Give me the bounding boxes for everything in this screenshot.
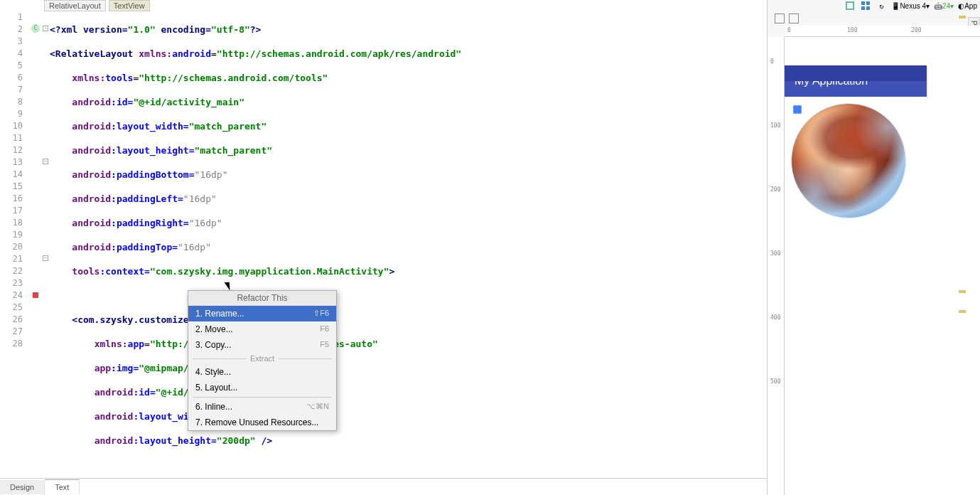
breadcrumb-relativelayout[interactable]: RelativeLayout xyxy=(44,0,106,11)
class-marker-icon[interactable]: C xyxy=(31,24,40,33)
view-mode-icon[interactable] xyxy=(844,1,856,11)
selected-textview[interactable] xyxy=(793,105,802,114)
svg-rect-4 xyxy=(866,6,870,10)
fold-gutter: − − − xyxy=(43,11,50,478)
app-content xyxy=(785,97,927,381)
preview-toolbar: ↻ 📱Nexus 4▾ 🤖24▾ ◐App xyxy=(768,0,980,11)
device-frame: My Application xyxy=(785,65,927,495)
fold-toggle-icon[interactable]: − xyxy=(43,159,48,164)
bottom-tabs: Design Text xyxy=(0,478,767,495)
refactor-rename[interactable]: 1. Rename...⇧F6 xyxy=(188,306,336,321)
marker-gutter: C xyxy=(30,11,43,478)
refactor-inline[interactable]: 6. Inline...⌥⌘N xyxy=(188,399,336,415)
code-body[interactable]: <?xml version="1.0" encoding="utf-8"?> <… xyxy=(50,11,767,478)
breadcrumb: RelativeLayout TextView xyxy=(0,0,767,11)
breadcrumb-textview[interactable]: TextView xyxy=(109,0,150,11)
theme-selector[interactable]: ◐App xyxy=(958,1,977,11)
refactor-remove-unused[interactable]: 7. Remove Unused Resources... xyxy=(188,415,336,430)
error-stripe[interactable] xyxy=(959,11,967,467)
svg-rect-3 xyxy=(861,6,865,10)
line-gutter: 1234 5678 9101112 13141516 17181920 2122… xyxy=(0,11,30,478)
refactor-extract-style[interactable]: 4. Style... xyxy=(188,364,336,380)
tab-text[interactable]: Text xyxy=(45,479,80,494)
color-marker-icon[interactable] xyxy=(33,292,38,298)
popup-title: Refactor This xyxy=(188,291,336,306)
refactor-copy[interactable]: 3. Copy...F5 xyxy=(188,337,336,353)
refactor-extract-layout[interactable]: 5. Layout... xyxy=(188,380,336,395)
grid-icon[interactable] xyxy=(860,1,871,11)
api-selector[interactable]: 🤖24▾ xyxy=(934,1,954,11)
ruler-horizontal: 0 100 200 xyxy=(785,26,980,37)
fold-toggle-icon[interactable]: − xyxy=(43,26,48,31)
refactor-move[interactable]: 2. Move...F6 xyxy=(188,321,336,337)
code-editor[interactable]: 1234 5678 9101112 13141516 17181920 2122… xyxy=(0,11,767,478)
cursor-icon xyxy=(227,280,235,292)
zoom-fit-icon[interactable] xyxy=(775,14,785,23)
preview-canvas[interactable]: My Application xyxy=(785,37,980,495)
svg-rect-0 xyxy=(846,2,854,9)
app-bar: My Application xyxy=(785,65,927,97)
tab-design[interactable]: Design xyxy=(0,480,45,494)
popup-divider: Extract xyxy=(188,353,336,364)
refactor-popup: Refactor This 1. Rename...⇧F6 2. Move...… xyxy=(188,290,337,431)
refresh-icon[interactable]: ↻ xyxy=(876,1,887,11)
simageview-preview[interactable] xyxy=(792,104,905,218)
device-selector[interactable]: 📱Nexus 4▾ xyxy=(891,1,930,11)
svg-rect-1 xyxy=(861,1,865,5)
zoom-actual-icon[interactable] xyxy=(789,14,799,23)
svg-rect-2 xyxy=(866,1,870,5)
layout-preview: ↻ 📱Nexus 4▾ 🤖24▾ ◐App Palette 0 100 200 … xyxy=(767,0,980,495)
fold-toggle-icon[interactable]: − xyxy=(43,255,48,261)
ruler-vertical: 0 100 200 300 400 500 xyxy=(768,37,785,495)
